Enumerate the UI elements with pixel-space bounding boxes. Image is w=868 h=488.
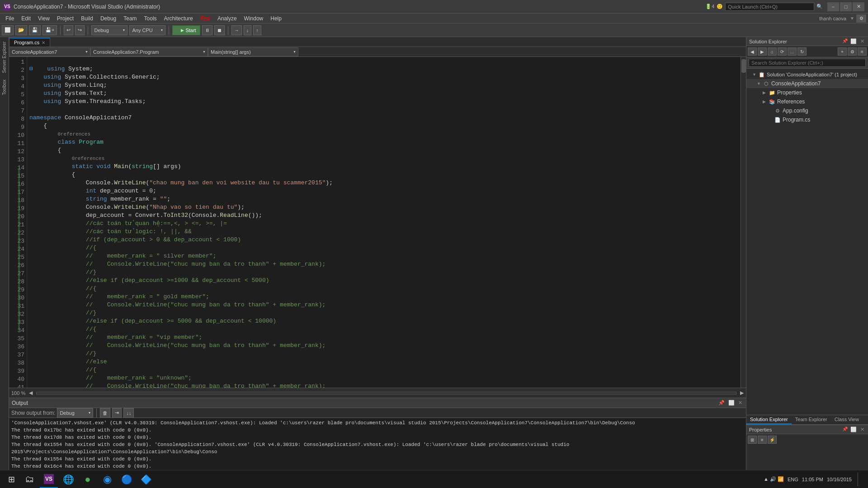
step-over-button[interactable]: → bbox=[231, 25, 242, 35]
start-button[interactable]: Start bbox=[172, 25, 200, 35]
se-close-button[interactable]: ✕ bbox=[859, 38, 865, 44]
platform-dropdown[interactable]: Any CPU bbox=[129, 25, 165, 35]
namespace-dropdown[interactable]: ConsoleApplication7 bbox=[9, 47, 90, 56]
tab-class-view[interactable]: Class View bbox=[831, 415, 863, 424]
taskbar-icon-circle[interactable]: 🔵 bbox=[118, 471, 136, 488]
taskbar-icon-chrome[interactable]: 🌐 bbox=[59, 471, 77, 488]
save-button[interactable]: 💾 bbox=[29, 25, 41, 35]
toolbox-tab[interactable]: Toolbox bbox=[1, 77, 8, 97]
open-button[interactable]: 📂 bbox=[15, 25, 27, 35]
scroll-left-icon[interactable]: ◀ bbox=[29, 390, 33, 396]
references-item[interactable]: ▶ 📚 References bbox=[746, 97, 868, 106]
se-settings-button[interactable]: ⚙ bbox=[848, 47, 857, 56]
method-dropdown[interactable]: Main(string[] args) bbox=[208, 47, 298, 56]
props-category-button[interactable]: ≡ bbox=[758, 436, 767, 444]
code-content[interactable]: ⊟ using System; using System.Collections… bbox=[27, 57, 746, 388]
output-float-button[interactable]: ⬜ bbox=[727, 400, 736, 406]
pause-button[interactable]: ⏸ bbox=[202, 25, 212, 35]
se-float-button[interactable]: ⬜ bbox=[849, 38, 858, 44]
props-pin-button[interactable]: 📌 bbox=[842, 427, 848, 432]
redo-button[interactable]: ↪ bbox=[75, 25, 85, 35]
project-expand-icon[interactable]: ▼ bbox=[757, 81, 761, 86]
se-home-button[interactable]: ⌂ bbox=[768, 47, 777, 56]
main-content: Server Explorer Toolbox Program.cs ✕ Con… bbox=[0, 37, 868, 479]
class-dropdown[interactable]: ConsoleApplication7.Program bbox=[90, 47, 208, 56]
maximize-button[interactable]: □ bbox=[840, 2, 852, 11]
program-icon: 📄 bbox=[774, 116, 781, 123]
tab-solution-explorer[interactable]: Solution Explorer bbox=[746, 415, 792, 424]
save-all-button[interactable]: 💾+ bbox=[42, 25, 57, 35]
output-source-dropdown[interactable]: Debug bbox=[57, 408, 93, 418]
step-out-button[interactable]: ↑ bbox=[253, 25, 261, 35]
se-tabs-row: Solution Explorer Team Explorer Class Vi… bbox=[746, 415, 868, 425]
stop-button[interactable]: ⏹ bbox=[214, 25, 225, 35]
taskbar-icon-blue[interactable]: ◉ bbox=[98, 471, 116, 488]
menu-window[interactable]: Window bbox=[241, 14, 267, 23]
menu-view[interactable]: View bbox=[34, 14, 53, 23]
se-pin-button[interactable]: 📌 bbox=[842, 38, 848, 44]
solution-expand-icon[interactable]: ▼ bbox=[752, 72, 757, 77]
close-button[interactable]: ✕ bbox=[853, 2, 864, 11]
se-header-controls: 📌 ⬜ ✕ bbox=[842, 38, 865, 44]
new-project-button[interactable]: ⬜ bbox=[2, 25, 14, 35]
properties-item[interactable]: ▶ 📁 Properties bbox=[746, 88, 868, 97]
tab-close-button[interactable]: ✕ bbox=[42, 40, 45, 45]
face-icon: 🙂 bbox=[717, 4, 723, 9]
taskbar-icon-green[interactable]: ● bbox=[79, 471, 97, 488]
menu-project[interactable]: Project bbox=[53, 14, 77, 23]
output-clear-button[interactable]: 🗑 bbox=[100, 408, 110, 418]
user-dropdown-icon[interactable]: ▼ bbox=[850, 16, 854, 21]
properties-expand-icon[interactable]: ▶ bbox=[763, 90, 767, 95]
menu-debug[interactable]: Debug bbox=[97, 14, 120, 23]
output-close-button[interactable]: ✕ bbox=[737, 400, 743, 406]
props-sort-button[interactable]: ⊞ bbox=[748, 436, 757, 444]
horizontal-scrollbar[interactable] bbox=[36, 392, 736, 394]
menu-tools[interactable]: Tools bbox=[141, 14, 160, 23]
menu-help[interactable]: Help bbox=[267, 14, 285, 23]
props-float-button[interactable]: ⬜ bbox=[849, 427, 858, 432]
tab-team-explorer[interactable]: Team Explorer bbox=[792, 415, 831, 424]
menu-build[interactable]: Build bbox=[77, 14, 97, 23]
references-expand-icon[interactable]: ▶ bbox=[763, 99, 767, 104]
se-sync-button[interactable]: ⟳ bbox=[778, 47, 787, 56]
taskbar-icon-vs[interactable]: VS bbox=[40, 471, 58, 488]
taskbar-icon-files[interactable]: 🗂 bbox=[20, 471, 38, 488]
taskbar-icon-diamond[interactable]: 🔷 bbox=[137, 471, 155, 488]
se-refresh-button[interactable]: ↻ bbox=[797, 47, 807, 56]
se-props-button[interactable]: ≡ bbox=[858, 47, 867, 56]
output-word-wrap-button[interactable]: ⇥ bbox=[112, 408, 122, 418]
vs-settings-icon[interactable]: ⚙ bbox=[856, 14, 866, 23]
props-close-button[interactable]: ✕ bbox=[859, 427, 865, 432]
menu-file[interactable]: File bbox=[2, 14, 18, 23]
appconfig-item[interactable]: ⚙ App.config bbox=[746, 106, 868, 115]
debug-mode-dropdown[interactable]: Debug bbox=[91, 25, 127, 35]
scroll-right-icon[interactable]: ▶ bbox=[740, 390, 744, 396]
output-pin-button[interactable]: 📌 bbox=[717, 400, 726, 406]
server-explorer-tab[interactable]: Server Explorer bbox=[1, 39, 8, 75]
se-filter-button[interactable]: … bbox=[788, 47, 797, 56]
taskbar-systray: ▲ 🔊 📶 bbox=[764, 476, 784, 482]
project-item[interactable]: ▼ ⬡ ConsoleApplication7 bbox=[746, 79, 868, 88]
se-search-input[interactable] bbox=[749, 59, 866, 67]
solution-root-item[interactable]: ▼ 📋 Solution 'ConsoleApplication7' (1 pr… bbox=[746, 70, 868, 79]
output-scroll-button[interactable]: ↓↓ bbox=[123, 408, 134, 418]
tab-program-cs[interactable]: Program.cs ✕ bbox=[9, 38, 50, 47]
se-expand-button[interactable]: + bbox=[838, 47, 847, 56]
step-into-button[interactable]: ↓ bbox=[244, 25, 252, 35]
se-back-button[interactable]: ◀ bbox=[748, 47, 757, 56]
menu-analyze[interactable]: Analyze bbox=[214, 14, 241, 23]
search-quick[interactable]: Quick Launch (Ctrl+Q) bbox=[725, 3, 814, 11]
menu-architecture[interactable]: Architecture bbox=[160, 14, 197, 23]
menu-team[interactable]: Team bbox=[120, 14, 140, 23]
minimize-button[interactable]: − bbox=[827, 2, 839, 11]
undo-button[interactable]: ↩ bbox=[64, 25, 73, 35]
vertical-scrollbar[interactable] bbox=[741, 57, 746, 388]
taskbar-show-desktop[interactable] bbox=[858, 473, 861, 486]
program-cs-item[interactable]: 📄 Program.cs bbox=[746, 115, 868, 124]
code-editor[interactable]: 12345 678910 1112131415 1617181920 21222… bbox=[9, 57, 746, 388]
start-button[interactable]: ⊞ bbox=[2, 470, 20, 488]
props-events-button[interactable]: ⚡ bbox=[768, 436, 777, 444]
menu-test[interactable]: Test bbox=[197, 14, 214, 23]
se-forward-button[interactable]: ▶ bbox=[758, 47, 767, 56]
menu-edit[interactable]: Edit bbox=[18, 14, 34, 23]
